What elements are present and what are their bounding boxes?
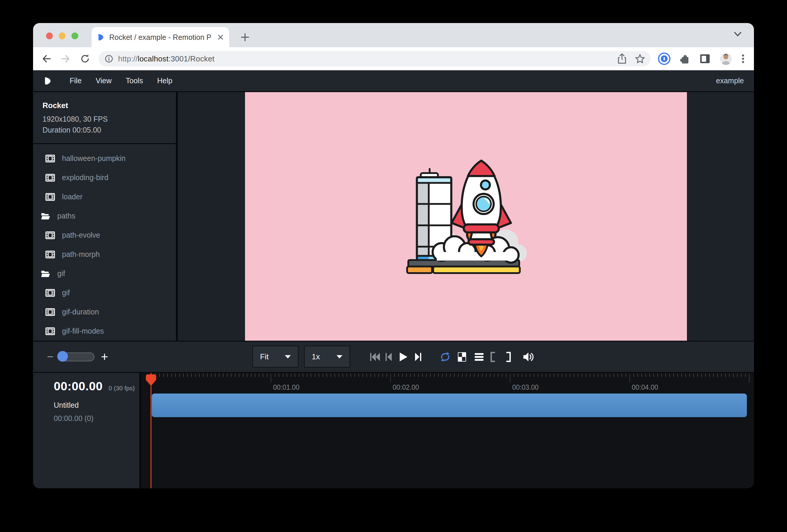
- sidebar-item-gif-duration[interactable]: gif-duration: [33, 302, 176, 321]
- password-manager-icon[interactable]: [658, 52, 671, 65]
- timeline-info-panel: 00:00.00 0 (30 fps) Untitled 00:00.00 (0…: [33, 373, 141, 488]
- sidebar-item-gif[interactable]: gif: [33, 283, 176, 302]
- canvas-size-select[interactable]: Fit: [252, 346, 298, 367]
- composition-label: path-morph: [62, 250, 100, 259]
- address-bar[interactable]: http://localhost:3001/Rocket: [99, 51, 651, 66]
- ruler-frame-tick: [311, 374, 311, 377]
- out-point-bracket-button[interactable]: [506, 342, 511, 372]
- ruler-frame-tick: [657, 374, 658, 377]
- playhead-marker[interactable]: [146, 374, 156, 388]
- browser-menu-kebab-icon[interactable]: [741, 53, 745, 65]
- timeline: 00:00.00 0 (30 fps) Untitled 00:00.00 (0…: [33, 372, 754, 488]
- ruler-frame-tick: [454, 374, 454, 377]
- ruler-frame-tick: [681, 374, 682, 377]
- ruler-frame-tick: [326, 374, 327, 377]
- play-button[interactable]: [399, 342, 408, 372]
- profile-avatar[interactable]: [719, 52, 733, 66]
- ruler-frame-tick: [586, 374, 586, 377]
- zoom-out-button[interactable]: −: [44, 350, 57, 363]
- timeline-rows-button[interactable]: [474, 342, 484, 372]
- menu-file[interactable]: File: [63, 77, 89, 85]
- minimize-window-button[interactable]: [59, 33, 66, 39]
- ruler-frame-tick: [291, 374, 291, 377]
- ruler-frame-tick: [215, 374, 215, 377]
- current-time: 00:00.00: [54, 379, 103, 393]
- browser-tab[interactable]: Rocket / example - Remotion P: [91, 27, 229, 47]
- menu-tools[interactable]: Tools: [119, 77, 150, 85]
- menu-help[interactable]: Help: [150, 77, 179, 85]
- reload-button[interactable]: [79, 53, 91, 65]
- ruler-frame-tick: [438, 374, 439, 377]
- ruler-frame-tick: [255, 374, 255, 377]
- ruler-frame-tick: [187, 374, 188, 377]
- site-info-icon[interactable]: [105, 54, 113, 63]
- ruler-frame-tick: [645, 374, 646, 377]
- fullscreen-window-button[interactable]: [71, 33, 78, 39]
- new-tab-button[interactable]: [236, 28, 254, 46]
- ruler-frame-tick: [558, 374, 558, 377]
- video-canvas[interactable]: [245, 92, 687, 341]
- back-button[interactable]: [41, 53, 52, 65]
- sidebar-folder-paths[interactable]: paths: [33, 206, 176, 226]
- sidebar-item-loader[interactable]: loader: [33, 187, 176, 206]
- ruler-frame-tick: [650, 374, 650, 377]
- zoom-in-button[interactable]: +: [96, 350, 113, 364]
- ruler-frame-tick: [319, 374, 319, 377]
- composition-duration: Duration 00:05.00: [43, 125, 176, 135]
- ruler-frame-tick: [398, 374, 399, 377]
- ruler-frame-tick: [430, 374, 431, 377]
- film-icon: [45, 155, 56, 162]
- extensions-puzzle-icon[interactable]: [679, 53, 691, 65]
- playback-speed-select[interactable]: 1x: [304, 346, 350, 367]
- volume-button[interactable]: [523, 342, 535, 372]
- composition-name: Rocket: [43, 101, 176, 110]
- sidebar-folder-gif[interactable]: gif: [33, 264, 176, 283]
- menu-view[interactable]: View: [89, 77, 119, 85]
- zoom-slider-thumb[interactable]: [57, 351, 68, 362]
- ruler-frame-tick: [251, 374, 252, 377]
- composition-info: Rocket 1920x1080, 30 FPS Duration 00:05.…: [33, 92, 176, 135]
- skip-to-start-button[interactable]: [369, 342, 381, 372]
- share-icon[interactable]: [617, 53, 627, 64]
- timeline-tracks-area[interactable]: 00:01.0000:02.0000:03.0000:04.00: [141, 373, 754, 488]
- ruler-frame-tick: [335, 374, 335, 377]
- in-point-bracket-button[interactable]: [490, 342, 495, 372]
- sidebar-item-gif-fill-modes[interactable]: gif-fill-modes: [33, 321, 176, 341]
- sidebar-item-exploding-bird[interactable]: exploding-bird: [33, 168, 176, 187]
- ruler-frame-tick: [342, 374, 343, 377]
- sidebar-extension-icon[interactable]: [699, 53, 711, 65]
- remotion-favicon-icon: [97, 33, 105, 41]
- timeline-track-bar[interactable]: [152, 393, 747, 417]
- playhead-line[interactable]: [151, 373, 151, 488]
- loop-toggle-button[interactable]: [439, 342, 451, 372]
- ruler-frame-tick: [581, 374, 582, 377]
- ruler-frame-tick: [307, 374, 307, 377]
- transparency-checkerboard-button[interactable]: [457, 342, 467, 372]
- ruler-frame-tick: [163, 374, 164, 377]
- bookmark-star-icon[interactable]: [635, 54, 645, 64]
- ruler-frame-tick: [379, 374, 379, 377]
- ruler-frame-tick: [247, 374, 247, 377]
- ruler-frame-tick: [402, 374, 403, 377]
- film-icon: [45, 231, 56, 239]
- tab-close-icon[interactable]: [217, 34, 224, 40]
- composition-label: gif-fill-modes: [62, 327, 104, 335]
- playback-speed-value: 1x: [312, 352, 320, 361]
- ruler-frame-tick: [422, 374, 423, 377]
- tab-search-chevron-icon[interactable]: [733, 31, 742, 39]
- previous-frame-button[interactable]: [385, 342, 392, 372]
- ruler-frame-tick: [279, 374, 279, 377]
- forward-button[interactable]: [60, 53, 71, 65]
- ruler-frame-tick: [295, 374, 295, 377]
- ruler-frame-tick: [613, 374, 614, 377]
- ruler-frame-tick: [661, 374, 662, 377]
- ruler-frame-tick: [482, 374, 483, 377]
- ruler-frame-tick: [538, 374, 538, 377]
- close-window-button[interactable]: [46, 33, 53, 39]
- sidebar-item-halloween-pumpkin[interactable]: halloween-pumpkin: [33, 149, 176, 168]
- zoom-slider[interactable]: [59, 353, 94, 361]
- sidebar-item-path-morph[interactable]: path-morph: [33, 245, 176, 264]
- next-frame-button[interactable]: [414, 342, 422, 372]
- sidebar-item-path-evolve[interactable]: path-evolve: [33, 226, 176, 245]
- remotion-logo-icon[interactable]: [43, 76, 52, 86]
